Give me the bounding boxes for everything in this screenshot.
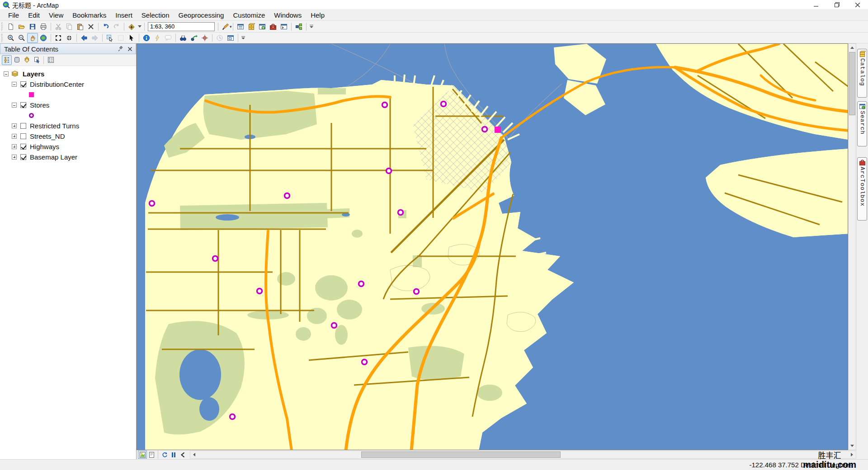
menu-edit[interactable]: Edit xyxy=(24,10,44,20)
menu-help[interactable]: Help xyxy=(306,10,329,20)
menu-windows[interactable]: Windows xyxy=(269,10,306,20)
tab-search[interactable]: Search xyxy=(857,101,867,146)
layer-label[interactable]: DistributionCenter xyxy=(30,80,84,88)
full-extent-tool[interactable] xyxy=(38,33,49,43)
toolbar-grip[interactable] xyxy=(1,23,4,31)
search-window-button[interactable] xyxy=(257,22,268,32)
catalog-window-button[interactable] xyxy=(246,22,257,32)
expand-icon[interactable] xyxy=(12,123,17,128)
scroll-down-button[interactable] xyxy=(849,442,856,450)
close-icon[interactable] xyxy=(126,45,134,53)
map-vertical-scrollbar[interactable] xyxy=(848,43,856,450)
collapse-icon[interactable] xyxy=(4,71,9,76)
select-elements-tool[interactable] xyxy=(126,33,137,43)
map-scale-combo[interactable]: ▾ xyxy=(148,22,215,31)
magenta-square-symbol[interactable] xyxy=(29,92,34,97)
toc-layer-restricted-turns[interactable]: Restricted Turns xyxy=(3,121,136,131)
restore-button[interactable] xyxy=(826,0,847,10)
toolbar-grip[interactable] xyxy=(1,34,4,42)
save-map-button[interactable] xyxy=(27,22,38,32)
tab-catalog[interactable]: Catalog xyxy=(857,49,867,98)
toc-layer-basemap[interactable]: Basemap Layer xyxy=(3,152,136,162)
data-view-button[interactable] xyxy=(138,451,147,459)
menu-geoprocessing[interactable]: Geoprocessing xyxy=(174,10,229,20)
menu-view[interactable]: View xyxy=(44,10,68,20)
magenta-circle-symbol[interactable] xyxy=(29,113,33,118)
toolbar-overflow-button[interactable] xyxy=(240,36,246,39)
add-data-button[interactable] xyxy=(126,22,137,32)
toc-symbol-distributioncenter[interactable] xyxy=(3,89,136,100)
list-by-drawing-order-button[interactable] xyxy=(2,55,12,65)
layer-label[interactable]: Highways xyxy=(30,143,59,150)
layer-visibility-checkbox[interactable] xyxy=(20,133,26,139)
toc-layer-distributioncenter[interactable]: DistributionCenter xyxy=(3,79,136,89)
menu-bookmarks[interactable]: Bookmarks xyxy=(68,10,111,20)
close-button[interactable] xyxy=(847,0,868,10)
minimize-button[interactable] xyxy=(806,0,826,10)
add-data-dropdown[interactable] xyxy=(137,22,142,32)
table-of-contents-button[interactable] xyxy=(235,22,246,32)
print-button[interactable] xyxy=(38,22,49,32)
zoom-in-tool[interactable] xyxy=(5,33,16,43)
python-window-button[interactable] xyxy=(278,22,289,32)
expand-icon[interactable] xyxy=(12,144,17,149)
toolbar-overflow-button[interactable] xyxy=(308,25,315,28)
open-map-button[interactable] xyxy=(16,22,27,32)
hyperlink-tool[interactable] xyxy=(152,33,163,43)
layer-visibility-checkbox[interactable] xyxy=(20,154,26,160)
refresh-view-button[interactable] xyxy=(160,451,169,459)
layer-visibility-checkbox[interactable] xyxy=(20,144,26,150)
toc-layer-streets-nd[interactable]: Streets_ND xyxy=(3,131,136,141)
vertical-scroll-thumb[interactable] xyxy=(849,52,855,115)
fixed-zoom-out-tool[interactable] xyxy=(64,33,75,43)
go-to-xy-tool[interactable] xyxy=(199,33,210,43)
pin-icon[interactable] xyxy=(117,45,125,53)
pause-drawing-button[interactable] xyxy=(169,451,178,459)
map-horizontal-scrollbar[interactable] xyxy=(190,451,856,459)
scroll-left-button[interactable] xyxy=(190,451,198,458)
collapse-icon[interactable] xyxy=(12,103,17,108)
forward-extent-button[interactable] xyxy=(90,33,100,43)
identify-tool[interactable] xyxy=(141,33,152,43)
paste-button[interactable] xyxy=(75,22,85,32)
layer-visibility-checkbox[interactable] xyxy=(20,102,26,108)
create-viewer-window-button[interactable] xyxy=(225,33,236,43)
list-by-visibility-button[interactable] xyxy=(22,55,32,65)
find-tool[interactable] xyxy=(178,33,189,43)
toc-layer-stores[interactable]: Stores xyxy=(3,100,136,110)
cut-button[interactable] xyxy=(53,22,64,32)
menu-selection[interactable]: Selection xyxy=(137,10,174,20)
horizontal-scroll-thumb[interactable] xyxy=(361,451,561,458)
zoom-out-tool[interactable] xyxy=(16,33,27,43)
pan-tool[interactable] xyxy=(27,33,38,43)
toc-options-button[interactable] xyxy=(46,55,56,65)
layout-view-button[interactable] xyxy=(147,451,156,459)
arctoolbox-window-button[interactable] xyxy=(268,22,278,32)
fixed-zoom-in-tool[interactable] xyxy=(53,33,64,43)
expand-icon[interactable] xyxy=(12,155,17,160)
back-extent-button[interactable] xyxy=(79,33,90,43)
list-by-source-button[interactable] xyxy=(12,55,22,65)
expand-icon[interactable] xyxy=(12,134,17,139)
toc-root-layers[interactable]: Layers xyxy=(3,69,136,79)
modelbuilder-button[interactable] xyxy=(293,22,304,32)
layer-group-label[interactable]: Layers xyxy=(23,70,44,78)
previous-extent-button[interactable] xyxy=(178,451,187,459)
new-map-button[interactable] xyxy=(5,22,16,32)
redo-button[interactable] xyxy=(111,22,122,32)
toc-layer-highways[interactable]: Highways xyxy=(3,141,136,152)
html-popup-tool[interactable] xyxy=(163,33,174,43)
menu-file[interactable]: File xyxy=(4,10,24,20)
find-route-tool[interactable] xyxy=(189,33,199,43)
scroll-up-button[interactable] xyxy=(849,44,856,52)
toc-symbol-stores[interactable] xyxy=(3,110,136,121)
layer-label[interactable]: Basemap Layer xyxy=(30,153,77,161)
scroll-right-button[interactable] xyxy=(848,451,856,458)
collapse-icon[interactable] xyxy=(12,82,17,87)
undo-button[interactable] xyxy=(100,22,111,32)
layer-visibility-checkbox[interactable] xyxy=(20,123,26,129)
copy-button[interactable] xyxy=(64,22,75,32)
menu-insert[interactable]: Insert xyxy=(111,10,137,20)
layer-visibility-checkbox[interactable] xyxy=(20,81,26,87)
layer-label[interactable]: Restricted Turns xyxy=(30,122,79,130)
